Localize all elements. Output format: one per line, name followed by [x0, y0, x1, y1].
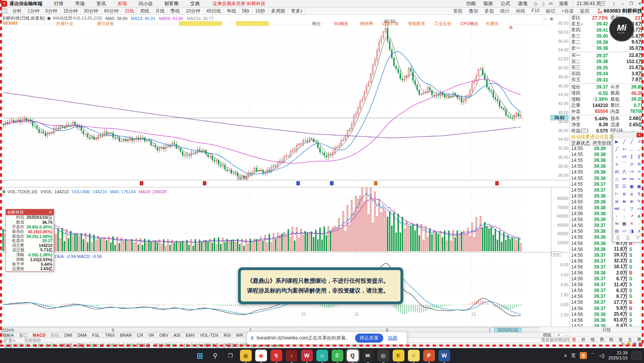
period-多周期[interactable]: 多周期 [268, 8, 288, 15]
draw-tool-24[interactable]: ☰ [613, 183, 621, 190]
event-flag-0[interactable] [140, 181, 143, 185]
period-年线[interactable]: 年线 [224, 8, 239, 15]
tool-0[interactable]: 复权 [450, 8, 466, 15]
panel-tab-笔[interactable]: 笔 [570, 337, 579, 342]
draw-tool-8[interactable]: ↕ [613, 153, 621, 160]
tape-row[interactable]: 14:5639.3711.4万S [570, 282, 644, 288]
menu-item-2[interactable]: 市场 [69, 0, 90, 7]
period-日线[interactable]: 日线 [122, 8, 137, 15]
volume-icon[interactable]: ◁) [599, 353, 604, 358]
menu-right-1[interactable]: 版面 [480, 0, 497, 7]
period-15秒[interactable]: 15秒 [253, 8, 268, 15]
period-60分钟[interactable]: 60分钟 [101, 8, 122, 15]
draw-tool-26[interactable]: ▣ [628, 183, 635, 190]
zoom-in-button[interactable]: + [555, 332, 563, 337]
menu-item-3[interactable]: 资讯 [90, 0, 112, 7]
draw-tool-40[interactable]: ↑ [613, 212, 621, 220]
tooltip-close-icon[interactable]: ✕ [49, 209, 52, 215]
ind-tab-VR[interactable]: VR [146, 332, 157, 338]
menu-right-0[interactable]: 功能 [462, 0, 480, 7]
palette-footer-平[interactable]: 平 [636, 235, 640, 241]
menu-right-2[interactable]: 公式 [497, 0, 514, 7]
sell-row-1[interactable]: 卖一39.3835.0万 [570, 45, 644, 52]
ind-tab-OBV[interactable]: OBV [157, 332, 171, 338]
tape-row[interactable]: 14:5639.3811.8万S [570, 246, 644, 252]
draw-tool-34[interactable]: |▮| [628, 198, 635, 205]
minimize-button[interactable]: – [618, 1, 627, 6]
hide-share-link[interactable]: 隐藏 [388, 335, 397, 341]
draw-tool-37[interactable]: ↓ [621, 205, 628, 212]
event-flag-3[interactable] [330, 181, 334, 185]
pane-control-icon[interactable]: ▣ [550, 16, 553, 21]
event-flag-4[interactable] [374, 181, 377, 185]
palette-close-button[interactable]: ✕ [637, 133, 642, 137]
menu-icon-1[interactable]: ▯ [540, 1, 547, 6]
event-flag-1[interactable] [203, 181, 206, 185]
tool-7[interactable]: +自选 [558, 8, 577, 15]
ind-tab-EMV[interactable]: EMV [183, 332, 198, 338]
draw-tool-13[interactable]: ⌒ [621, 160, 628, 168]
draw-tool-9[interactable]: 123 [621, 153, 628, 160]
draw-tool-16[interactable]: W [613, 168, 621, 175]
draw-tool-41[interactable]: ↓ [621, 212, 628, 220]
ind-tab-ASI[interactable]: ASI [171, 332, 183, 338]
tape-row[interactable]: 14:5639.375.9万B [570, 305, 644, 311]
menu-item-4[interactable]: 发现 [112, 0, 133, 7]
concept-4[interactable]: 工业互联 [434, 21, 451, 27]
period-indicator[interactable]: 日线 [570, 327, 644, 332]
draw-tool-5[interactable]: ↤ [621, 145, 628, 153]
ind-left-3[interactable]: 归位 [48, 332, 62, 338]
sell-row-2[interactable]: 卖二39.399.5万 [570, 39, 644, 45]
period-45日线[interactable]: 45日线 [204, 8, 224, 15]
tool-6[interactable]: 标记 [543, 8, 558, 15]
taskbar-icon-qq[interactable]: Q [347, 350, 359, 361]
buy-row-3[interactable]: 买三39.3521.6万 [570, 65, 644, 71]
ind-tab-DMI[interactable]: DMI [62, 332, 75, 338]
draw-tool-29[interactable]: ∥∥ [621, 190, 628, 198]
draw-tool-38[interactable]: ▽ [628, 205, 635, 212]
period-5分钟[interactable]: 5分钟 [43, 8, 61, 15]
draw-tool-25[interactable]: ☱ [621, 183, 628, 190]
panel-tab-主[interactable]: 主 [626, 337, 635, 342]
ind-tab-RSI[interactable]: RSI [221, 332, 233, 338]
concept-1[interactable]: 物联网 [360, 21, 373, 27]
period-1分钟[interactable]: 1分钟 [25, 8, 43, 15]
tape-row[interactable]: 14:5639.3732.3万S [570, 258, 644, 264]
tape-row[interactable]: 14:5639.3661.0万S [570, 317, 644, 323]
draw-tool-30[interactable]: ||| [628, 190, 635, 198]
taskbar-icon-start[interactable]: ⊞ [194, 350, 206, 361]
draw-tool-49[interactable]: ▭ [621, 227, 628, 235]
edition-note[interactable]: 普及版功能说明 [540, 337, 570, 342]
draw-tool-22[interactable]: GA [628, 175, 635, 183]
buy-row-2[interactable]: 买二39.36153.1万 [570, 59, 644, 65]
period-月线[interactable]: 月线 [152, 8, 168, 15]
taskbar-icon-music-app[interactable]: ♪ [286, 350, 298, 361]
taskbar-icon-tdx[interactable]: ↯ [271, 350, 282, 361]
draw-tool-17[interactable]: ⋀ [621, 168, 628, 175]
menu-item-5[interactable]: 问小达 [133, 0, 159, 7]
taskbar-icon-chrome[interactable]: ◉ [255, 350, 267, 361]
draw-tool-6[interactable]: ← [628, 145, 635, 153]
tray-s-app-icon[interactable]: S [580, 352, 587, 359]
panel-tab-细[interactable]: 细 [588, 337, 598, 342]
zoom-out-button[interactable]: - [563, 332, 570, 337]
concept-0[interactable]: 5G概念 [334, 21, 348, 27]
taskbar-icon-k-app[interactable]: K [393, 350, 404, 361]
tape-row[interactable]: 14:5639.3717.7万B [570, 299, 644, 305]
ind-tab-DMA[interactable]: DMA [75, 332, 90, 338]
draw-tool-2[interactable]: ╱ [628, 138, 635, 145]
buy-row-5[interactable]: 买五39.337.9万 [570, 77, 644, 83]
period-季线[interactable]: 季线 [168, 8, 183, 15]
ind-tab-TRIX[interactable]: TRIX [103, 332, 117, 338]
buy-row-1[interactable]: 买一39.3722.8万 [570, 53, 644, 59]
stop-share-button[interactable]: 停止共享 [355, 334, 383, 343]
draw-tool-4[interactable]: ╱ [613, 145, 621, 153]
draw-tool-50[interactable]: ◨ [628, 227, 635, 235]
ext-1[interactable]: 关联报价 [20, 338, 45, 343]
draw-tool-18[interactable]: ↝ [628, 168, 635, 175]
concept-5[interactable]: CPO概念 [460, 21, 478, 27]
menu-item-6[interactable]: 财富圈 [159, 0, 184, 7]
tape-row[interactable]: 14:5639.376.7万S [570, 294, 644, 299]
tool-2[interactable]: 多股 [482, 8, 497, 15]
ind-tab-CR[interactable]: CR [135, 332, 146, 338]
